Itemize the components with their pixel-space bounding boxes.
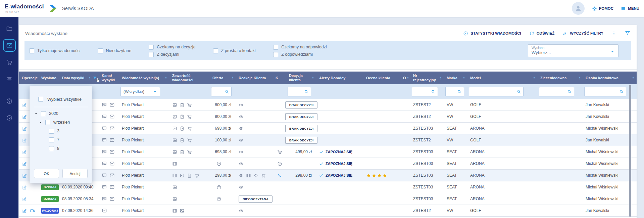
edit-icon[interactable] bbox=[22, 149, 28, 155]
tree-item-2020[interactable]: 2020 bbox=[30, 109, 92, 118]
advisor-alert-link[interactable]: ZAPOZNAJ SIĘ bbox=[319, 173, 352, 178]
sort-icon[interactable] bbox=[439, 76, 442, 80]
edit-icon[interactable] bbox=[22, 161, 28, 167]
tree-item-8[interactable]: 8 bbox=[30, 144, 92, 153]
checkbox[interactable] bbox=[213, 48, 218, 53]
sidebar-item-envelope[interactable] bbox=[3, 39, 16, 52]
search-input-nr-rejestracyjny[interactable] bbox=[412, 87, 438, 96]
select-all-checkbox[interactable] bbox=[38, 97, 43, 102]
sort-icon[interactable] bbox=[164, 76, 168, 80]
sort-icon[interactable] bbox=[578, 76, 581, 80]
action-od-wie-[interactable]: ODŚWIEŻ bbox=[529, 31, 555, 36]
column-header-nr-rejestracyjny[interactable]: Nr rejestracyjny bbox=[410, 72, 444, 84]
tree-checkbox[interactable] bbox=[49, 137, 54, 142]
edit-icon[interactable] bbox=[22, 102, 28, 108]
column-header-data-wysyłki[interactable]: Data wysyłki bbox=[59, 72, 99, 84]
checkbox[interactable] bbox=[149, 52, 154, 57]
column-header-osoba-kontaktowa[interactable]: Osoba kontaktowa bbox=[583, 72, 637, 84]
action-wyczy-filtry[interactable]: WYCZYŚĆ FILTRY bbox=[562, 31, 603, 36]
cell bbox=[363, 158, 400, 169]
tree-expand-caret[interactable] bbox=[34, 112, 38, 116]
edit-icon[interactable] bbox=[22, 173, 28, 178]
sender-filter-select[interactable]: (Wszystkie) bbox=[120, 87, 160, 96]
sort-icon[interactable] bbox=[462, 76, 466, 80]
checkbox[interactable] bbox=[273, 45, 278, 50]
sidebar-item-cart[interactable] bbox=[3, 56, 16, 69]
sort-icon[interactable] bbox=[231, 76, 234, 80]
edit-icon[interactable] bbox=[22, 184, 28, 190]
search-input-marka[interactable] bbox=[445, 87, 464, 96]
sidebar-item-folder[interactable] bbox=[3, 22, 16, 35]
tree-checkbox[interactable] bbox=[41, 111, 46, 116]
action-statystyki-wiadomo-ci[interactable]: STATYSTYKI WIADOMOŚCI bbox=[463, 31, 521, 36]
cell bbox=[99, 205, 119, 216]
table-row: Piotr Piekart698,00 zł499,00 złZAPOZNAJ … bbox=[19, 146, 637, 158]
search-input-oferta[interactable] bbox=[211, 87, 232, 96]
search-input-zleceniodawca[interactable] bbox=[539, 87, 574, 96]
edit-icon[interactable] bbox=[22, 137, 28, 143]
search-input-decyzja-klienta[interactable] bbox=[288, 87, 311, 96]
tree-item-7[interactable]: 7 bbox=[30, 135, 92, 144]
sort-icon[interactable] bbox=[532, 76, 536, 80]
column-header-marka[interactable]: Marka bbox=[444, 72, 467, 84]
sidebar-item-list[interactable] bbox=[3, 73, 16, 85]
more-actions-button[interactable] bbox=[611, 31, 616, 36]
advisor-alert-link[interactable]: ZAPOZNAJ SIĘ bbox=[319, 150, 352, 154]
column-header-oferta[interactable]: Oferta bbox=[210, 72, 236, 84]
column-header-wiadomość-wysłał-a-[interactable]: Wiadomość wysłał(a) bbox=[119, 72, 169, 84]
filter-toggle-button[interactable] bbox=[625, 30, 631, 36]
clipboard-icon bbox=[180, 138, 185, 143]
app-title: E-wiadomości bbox=[5, 3, 44, 10]
menu-button[interactable]: MENU bbox=[621, 6, 639, 11]
sort-icon[interactable] bbox=[88, 76, 91, 80]
tree-checkbox[interactable] bbox=[49, 146, 54, 151]
no-decision-badge: BRAK DECYZJI bbox=[285, 101, 318, 108]
search-input-osoba-kontaktowa[interactable] bbox=[584, 87, 626, 96]
sent-date-dropdown[interactable]: Wysłano Wybierz... bbox=[528, 44, 618, 57]
column-header-o[interactable]: O bbox=[400, 72, 410, 84]
advisor-alert-link[interactable]: ZAPOZNAJ SIĘ bbox=[319, 162, 352, 166]
cancel-button[interactable]: Anuluj bbox=[62, 169, 88, 178]
checkbox[interactable] bbox=[29, 48, 34, 53]
filter-checkbox-nieodczytane[interactable]: Nieodczytane bbox=[98, 48, 132, 53]
sort-icon[interactable] bbox=[631, 76, 635, 80]
cell bbox=[236, 170, 273, 181]
sort-icon[interactable] bbox=[406, 76, 410, 80]
avatar[interactable] bbox=[572, 2, 585, 15]
edit-icon[interactable] bbox=[22, 126, 28, 131]
cell bbox=[363, 181, 400, 193]
search-input-model[interactable] bbox=[469, 87, 524, 96]
vehicle-brand: SEAT bbox=[447, 126, 457, 131]
column-header-model[interactable]: Model bbox=[467, 72, 538, 84]
sidebar-item-help[interactable] bbox=[3, 95, 16, 107]
column-label: Decyzja klienta bbox=[289, 74, 311, 82]
tree-checkbox[interactable] bbox=[49, 129, 54, 134]
checkbox[interactable] bbox=[149, 45, 154, 50]
filter-checkbox-z-odpowiedziami[interactable]: Z odpowiedziami bbox=[273, 52, 327, 57]
video-icon[interactable] bbox=[30, 208, 36, 214]
filter-checkbox-z-prośbą-o-kontakt[interactable]: Z prośbą o kontakt bbox=[213, 48, 256, 53]
image-icon bbox=[172, 149, 177, 155]
table-scrollbar[interactable] bbox=[629, 85, 631, 217]
cell bbox=[236, 205, 273, 216]
tree-checkbox[interactable] bbox=[45, 120, 50, 125]
filter-checkbox-z-decyzjami[interactable]: Z decyzjami bbox=[149, 52, 195, 57]
column-header-zleceniodawca[interactable]: Zleceniodawca bbox=[538, 72, 583, 84]
help-button[interactable]: POMOC bbox=[592, 6, 613, 11]
tree-item-wrzesień[interactable]: wrzesień bbox=[30, 118, 92, 127]
edit-icon[interactable] bbox=[22, 196, 28, 202]
tree-item-3[interactable]: 3 bbox=[30, 127, 92, 135]
filter-checkbox-czekamy-na-odpowiedzi[interactable]: Czekamy na odpowiedzi bbox=[273, 45, 327, 50]
select-all-option[interactable]: Wybierz wszystkie bbox=[30, 86, 92, 102]
column-header-decyzja-klienta[interactable]: Decyzja klienta bbox=[286, 72, 316, 84]
checkbox[interactable] bbox=[98, 48, 103, 53]
sidebar-item-gauge[interactable] bbox=[3, 112, 16, 124]
filter-checkbox-czekamy-na-decyzje[interactable]: Czekamy na decyzje bbox=[149, 45, 195, 50]
edit-icon[interactable] bbox=[22, 114, 28, 120]
filter-checkbox-tylko-moje-wiadomości[interactable]: Tylko moje wiadomości bbox=[29, 48, 81, 53]
tree-expand-caret[interactable] bbox=[39, 121, 42, 124]
checkbox[interactable] bbox=[273, 52, 278, 57]
ok-button[interactable]: OK bbox=[34, 169, 59, 178]
edit-icon[interactable] bbox=[22, 208, 28, 214]
sort-icon[interactable] bbox=[311, 76, 315, 80]
